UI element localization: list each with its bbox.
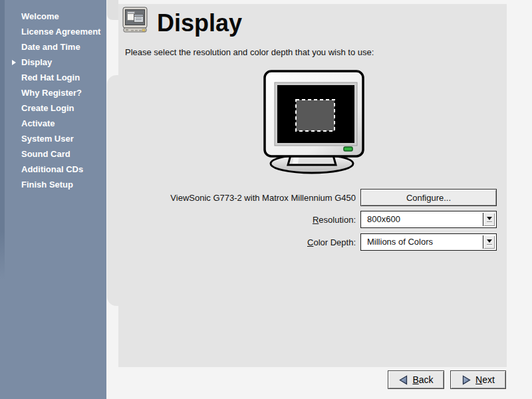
- sidebar-item-date-and-time[interactable]: Date and Time: [0, 39, 106, 55]
- sidebar-item-label: Red Hat Login: [21, 72, 80, 82]
- color-depth-value: Millions of Colors: [367, 234, 433, 250]
- sidebar-item-label: Date and Time: [21, 42, 80, 52]
- sidebar-item-label: Activate: [21, 118, 55, 128]
- resolution-dropdown[interactable]: 532x399: [360, 211, 497, 228]
- resolution-value: 532x399: [367, 211, 400, 227]
- page-title: Display: [157, 9, 242, 37]
- sidebar-item-red-hat-login[interactable]: Red Hat Login: [0, 70, 106, 85]
- power-led-icon: [344, 147, 352, 151]
- sidebar-item-label: Additional CDs: [21, 164, 83, 174]
- sidebar-nav: Welcome License Agreement Date and Time …: [0, 9, 106, 192]
- sidebar-item-system-user[interactable]: System User: [0, 131, 106, 146]
- monitor-illustration: [251, 65, 387, 182]
- dropdown-arrow-icon[interactable]: [483, 235, 495, 249]
- sidebar-item-display[interactable]: Display: [0, 55, 106, 70]
- sidebar-item-sound-card[interactable]: Sound Card: [0, 146, 106, 162]
- selection-rectangle: [296, 100, 334, 131]
- sidebar-item-label: Create Login: [21, 103, 74, 113]
- sidebar-item-label: Finish Setup: [21, 180, 73, 190]
- sidebar-item-welcome[interactable]: Welcome: [0, 9, 106, 24]
- back-button[interactable]: Back: [388, 370, 444, 389]
- firstboot-window: Welcome License Agreement Date and Time …: [0, 0, 532, 399]
- sidebar-item-why-register[interactable]: Why Register?: [0, 85, 106, 100]
- sidebar-item-additional-cds[interactable]: Additional CDs: [0, 162, 106, 177]
- back-button-label: Back: [412, 374, 433, 385]
- crt-monitor-windows-icon: [122, 7, 148, 37]
- dropdown-arrow-icon[interactable]: [483, 213, 495, 226]
- active-step-right-triangle-icon: [12, 60, 16, 65]
- sidebar-item-license-agreement[interactable]: License Agreement: [0, 24, 106, 39]
- sidebar-item-finish-setup[interactable]: Finish Setup: [0, 177, 106, 192]
- sidebar-item-label: System User: [21, 134, 74, 144]
- sidebar-item-label: Sound Card: [21, 149, 70, 159]
- resolution-label: Resolution:: [125, 215, 356, 225]
- configure-button[interactable]: Configure...: [360, 189, 497, 206]
- panel-top-notch: [107, 0, 118, 20]
- device-label: ViewSonic G773-2 with Matrox Millennium …: [125, 193, 356, 203]
- instruction-text: Please select the resolution and color d…: [125, 47, 374, 57]
- sidebar-item-label: Welcome: [21, 11, 59, 21]
- arrow-right-icon: [462, 375, 471, 385]
- sidebar-item-label: Why Register?: [21, 88, 82, 98]
- sidebar-item-label: Display: [21, 57, 52, 67]
- arrow-left-icon: [398, 375, 408, 385]
- next-button-label: Next: [475, 374, 495, 385]
- sidebar-item-label: License Agreement: [21, 27, 100, 37]
- sidebar: Welcome License Agreement Date and Time …: [0, 0, 106, 399]
- configure-button-label: Configure...: [406, 193, 451, 203]
- content-panel: [118, 4, 507, 367]
- sidebar-item-activate[interactable]: Activate: [0, 116, 106, 131]
- next-button[interactable]: Next: [450, 370, 506, 389]
- sidebar-item-create-login[interactable]: Create Login: [0, 100, 106, 116]
- color-depth-dropdown[interactable]: Millions of Colors: [360, 233, 497, 251]
- color-depth-label: Color Depth:: [125, 237, 356, 247]
